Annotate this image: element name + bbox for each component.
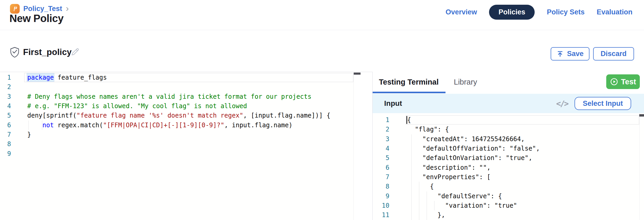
code-line: { — [407, 115, 411, 125]
code-area: package feature_flags# Deny flags whose … — [27, 73, 355, 220]
testing-tabs: Testing TerminalLibrary — [373, 72, 477, 92]
active-tab-underline — [373, 92, 446, 93]
line-number: 6 — [0, 120, 11, 130]
code-line: deny[sprintf("feature flag name '%s' doe… — [27, 111, 330, 120]
indent-guide — [411, 182, 412, 191]
code-line: package feature_flags — [27, 73, 107, 82]
scrollbar-track-edge — [353, 72, 354, 220]
testing-terminal-panel: Testing TerminalLibrary Test Input </> S… — [372, 72, 644, 220]
nav-tab-evaluation[interactable]: Evaluation — [597, 8, 632, 16]
indent-guide — [427, 201, 427, 210]
input-label: Input — [384, 99, 402, 108]
breadcrumb-project-link[interactable]: Policy_Test — [23, 5, 62, 13]
edit-name-icon[interactable] — [70, 47, 80, 57]
line-number: 3 — [373, 134, 389, 144]
code-line: "flag": { — [407, 125, 449, 134]
line-number: 6 — [373, 163, 389, 172]
indent-guide — [427, 191, 427, 201]
indent-guide — [411, 144, 412, 153]
code-braces-icon[interactable]: </> — [556, 99, 568, 108]
breadcrumb: Policy_Test › — [10, 4, 69, 14]
line-number: 10 — [373, 201, 389, 210]
code-line: } — [27, 130, 31, 139]
nav-tab-overview[interactable]: Overview — [446, 8, 477, 16]
code-line: "defaultOnVariation": "true", — [407, 153, 532, 163]
policy-name: First_policy — [23, 47, 72, 57]
indent-guide — [411, 201, 412, 210]
module-nav: OverviewPoliciesPolicy SetsEvaluation — [446, 4, 632, 20]
code-line: # Deny flags whose names aren't a valid … — [27, 92, 312, 101]
line-number-gutter: 1234567891011 — [373, 115, 389, 220]
line-number: 2 — [373, 125, 389, 134]
code-line: not regex.match("[FFM|OPA|CI|CD]+[-][1-9… — [27, 120, 292, 130]
line-number: 3 — [0, 92, 11, 101]
code-area: { "flag": { "createdAt": 1647255426664, … — [407, 115, 644, 220]
indent-guide — [434, 201, 434, 210]
feature-flags-module-icon — [10, 4, 20, 14]
code-line: # e.g. "FFM-123" is allowed. "My cool fl… — [27, 101, 247, 111]
chevron-right-icon: › — [66, 4, 69, 14]
policy-code-editor[interactable]: 123456789 package feature_flags# Deny fl… — [0, 72, 355, 220]
select-input-button[interactable]: Select Input — [575, 97, 631, 110]
page-title: New Policy — [9, 13, 63, 24]
indent-guide — [411, 172, 412, 182]
code-line: "defaultServe": { — [407, 191, 502, 201]
policy-shield-icon — [9, 47, 20, 58]
line-number-gutter: 123456789 — [0, 73, 11, 220]
code-line: }, — [407, 210, 445, 220]
line-number: 4 — [0, 101, 11, 111]
line-number: 11 — [373, 210, 389, 220]
input-bar: Input </> Select Input — [373, 94, 644, 113]
text-cursor — [406, 116, 407, 124]
indent-guide — [419, 191, 419, 201]
line-number: 7 — [373, 172, 389, 182]
play-icon — [610, 78, 618, 86]
indent-guide — [28, 120, 29, 130]
scrollbar-thumb[interactable] — [639, 114, 644, 117]
flag-icon — [12, 5, 18, 12]
code-line: "createdAt": 1647255426664, — [407, 134, 525, 144]
test-button[interactable]: Test — [606, 74, 640, 89]
line-number: 8 — [0, 139, 11, 149]
input-json-editor[interactable]: 1234567891011 { "flag": { "createdAt": 1… — [373, 113, 644, 220]
indent-guide — [42, 120, 42, 130]
line-number: 9 — [0, 149, 11, 158]
line-number: 2 — [0, 82, 11, 92]
tab-library[interactable]: Library — [454, 78, 477, 86]
nav-tab-policy-sets[interactable]: Policy Sets — [547, 8, 584, 16]
indent-guide — [411, 163, 412, 172]
policy-toolbar: First_policy Save Discard — [0, 39, 644, 65]
line-number: 1 — [373, 115, 389, 125]
upload-icon — [556, 50, 564, 58]
select-input-label: Select Input — [583, 100, 623, 108]
line-number: 5 — [373, 153, 389, 163]
code-line: "defaultOffVariation": "false", — [407, 144, 540, 153]
line-number: 9 — [373, 191, 389, 201]
code-line: "variation": "true" — [407, 201, 517, 210]
indent-guide — [411, 153, 412, 163]
line-number: 1 — [0, 73, 11, 82]
scrollbar-track-edge — [639, 113, 640, 220]
indent-guide — [427, 210, 427, 220]
indent-guide — [411, 210, 412, 220]
save-button-label: Save — [567, 50, 583, 58]
discard-button[interactable]: Discard — [593, 47, 634, 60]
line-number: 7 — [0, 130, 11, 139]
indent-guide — [419, 210, 419, 220]
policy-editor-page: Policy_Test › New Policy OverviewPolicie… — [0, 0, 644, 220]
line-number: 4 — [373, 144, 389, 153]
discard-button-label: Discard — [600, 50, 626, 58]
tab-testing-terminal[interactable]: Testing Terminal — [379, 78, 439, 86]
scrollbar-thumb[interactable] — [354, 73, 361, 75]
indent-guide — [419, 182, 419, 191]
indent-guide — [411, 134, 412, 144]
line-number: 5 — [0, 111, 11, 120]
indent-guide — [419, 201, 419, 210]
indent-guide — [411, 191, 412, 201]
code-line: { — [407, 182, 434, 191]
nav-tab-policies[interactable]: Policies — [489, 5, 535, 20]
save-button[interactable]: Save — [551, 47, 589, 60]
line-number: 8 — [373, 182, 389, 191]
header-divider — [0, 30, 644, 30]
code-line: "description": "", — [407, 163, 491, 172]
